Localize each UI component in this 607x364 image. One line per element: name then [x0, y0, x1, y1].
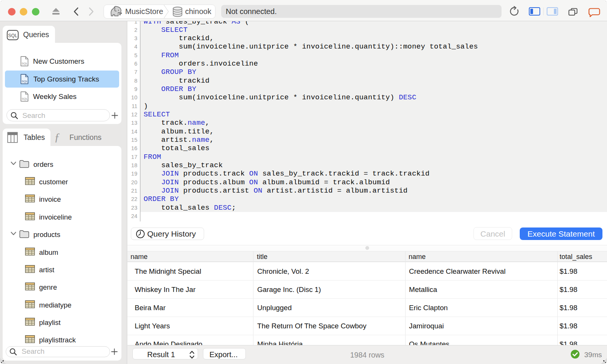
svg-text:SQL: SQL: [22, 80, 28, 83]
svg-text:SQL: SQL: [22, 97, 28, 100]
svg-text:SQL: SQL: [22, 62, 28, 65]
